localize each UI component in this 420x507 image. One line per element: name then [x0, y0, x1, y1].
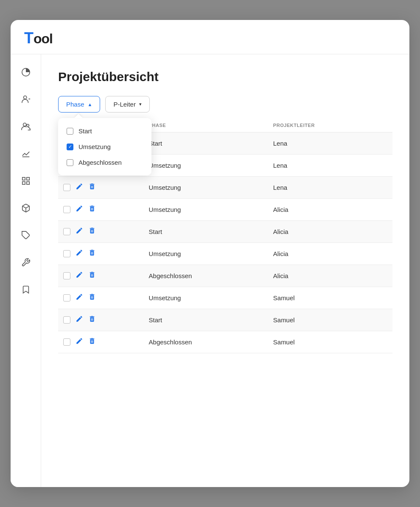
table-row: StartSamuel [58, 309, 392, 331]
phase-filter-label: Phase [66, 101, 84, 108]
grid-icon[interactable] [18, 173, 34, 189]
delete-icon-7[interactable] [88, 293, 96, 303]
cell-phase-3: Umsetzung [144, 199, 268, 221]
cell-leiter-6: Alicia [268, 265, 392, 287]
svg-rect-7 [26, 177, 29, 180]
delete-icon-5[interactable] [88, 249, 96, 259]
table-row: UmsetzungAlicia [58, 243, 392, 265]
cell-leiter-4: Alicia [268, 221, 392, 243]
checkbox-umsetzung[interactable]: ✓ [67, 144, 73, 150]
svg-rect-6 [22, 177, 25, 180]
table-row: UmsetzungSamuel [58, 287, 392, 309]
svg-rect-8 [22, 182, 25, 184]
app-window: Tool [11, 20, 409, 487]
dropdown-item-start-label: Start [78, 127, 92, 135]
pleiter-chevron-icon: ▾ [139, 101, 142, 107]
edit-icon-2[interactable] [76, 183, 83, 192]
cell-leiter-7: Samuel [268, 287, 392, 309]
cell-leiter-0: Lena [268, 132, 392, 155]
phase-chevron-icon: ▲ [88, 102, 92, 107]
main-content: Projektübersicht Phase ▲ P-Leiter ▾ Star… [41, 54, 409, 487]
table-row: UmsetzungLena [58, 177, 392, 199]
dropdown-item-start[interactable]: Start [58, 123, 151, 139]
tool-icon[interactable] [18, 255, 34, 270]
edit-icon-6[interactable] [76, 271, 83, 281]
delete-icon-9[interactable] [88, 337, 96, 347]
chart-icon[interactable] [18, 146, 34, 161]
row-checkbox-5[interactable] [63, 250, 70, 257]
cell-phase-4: Start [144, 221, 268, 243]
cell-phase-9: Abgeschlossen [144, 331, 268, 353]
logo-t: T [24, 29, 33, 47]
edit-icon-5[interactable] [76, 249, 83, 259]
edit-icon-7[interactable] [76, 293, 83, 303]
edit-icon-3[interactable] [76, 205, 83, 214]
cell-phase-5: Umsetzung [144, 243, 268, 265]
table-row: AbgeschlossenSamuel [58, 331, 392, 353]
group-icon[interactable] [18, 119, 34, 134]
pleiter-filter-label: P-Leiter [113, 101, 136, 108]
cell-leiter-2: Lena [268, 177, 392, 199]
dashboard-icon[interactable] [18, 65, 34, 80]
row-checkbox-9[interactable] [63, 338, 70, 346]
svg-point-4 [26, 124, 29, 127]
cell-leiter-5: Alicia [268, 243, 392, 265]
checkbox-start[interactable] [67, 128, 73, 135]
cell-leiter-3: Alicia [268, 199, 392, 221]
bookmark-icon[interactable] [18, 282, 34, 297]
header: Tool [11, 20, 409, 54]
filter-bar: Phase ▲ P-Leiter ▾ Start ✓ Umse [58, 96, 392, 113]
cell-leiter-1: Lena [268, 155, 392, 177]
svg-point-3 [23, 123, 26, 126]
cell-phase-2: Umsetzung [144, 177, 268, 199]
delete-icon-8[interactable] [88, 315, 96, 325]
col-header-leiter: PROJEKTLEITER [268, 118, 392, 132]
body: Projektübersicht Phase ▲ P-Leiter ▾ Star… [11, 54, 409, 487]
sidebar [11, 54, 41, 487]
delete-icon-6[interactable] [88, 271, 96, 281]
svg-point-1 [23, 96, 26, 99]
page-title: Projektübersicht [58, 70, 392, 84]
users-icon[interactable] [18, 92, 34, 107]
table-row: StartAlicia [58, 221, 392, 243]
svg-rect-9 [26, 182, 29, 184]
dropdown-arrow [74, 114, 83, 118]
edit-icon-4[interactable] [76, 227, 83, 237]
phase-filter-button[interactable]: Phase ▲ [58, 96, 100, 113]
row-checkbox-6[interactable] [63, 272, 70, 279]
cell-phase-0: Start [144, 132, 268, 155]
edit-icon-8[interactable] [76, 315, 83, 325]
box-icon[interactable] [18, 200, 34, 216]
delete-icon-3[interactable] [88, 205, 96, 214]
cell-leiter-9: Samuel [268, 331, 392, 353]
table-row: AbgeschlossenAlicia [58, 265, 392, 287]
pleiter-filter-button[interactable]: P-Leiter ▾ [105, 96, 150, 113]
dropdown-item-umsetzung[interactable]: ✓ Umsetzung [58, 139, 151, 155]
dropdown-item-umsetzung-label: Umsetzung [78, 143, 111, 150]
cell-phase-1: Umsetzung [144, 155, 268, 177]
edit-icon-9[interactable] [76, 337, 83, 347]
row-checkbox-2[interactable] [63, 184, 70, 191]
delete-icon-2[interactable] [88, 183, 96, 192]
dropdown-item-abgeschlossen[interactable]: Abgeschlossen [58, 155, 151, 170]
logo-rest: ool [34, 31, 53, 47]
phase-dropdown: Start ✓ Umsetzung Abgeschlossen [58, 118, 151, 175]
cell-phase-7: Umsetzung [144, 287, 268, 309]
cell-leiter-8: Samuel [268, 309, 392, 331]
tag-icon[interactable] [18, 228, 34, 243]
row-checkbox-7[interactable] [63, 294, 70, 301]
dropdown-item-abgeschlossen-label: Abgeschlossen [78, 159, 122, 166]
row-checkbox-4[interactable] [63, 228, 70, 235]
cell-phase-6: Abgeschlossen [144, 265, 268, 287]
logo: Tool [24, 29, 53, 47]
table-row: UmsetzungAlicia [58, 199, 392, 221]
col-header-phase: PHASE [144, 118, 268, 132]
delete-icon-4[interactable] [88, 227, 96, 237]
checkbox-abgeschlossen[interactable] [67, 159, 73, 166]
row-checkbox-3[interactable] [63, 206, 70, 213]
cell-phase-8: Start [144, 309, 268, 331]
row-checkbox-8[interactable] [63, 316, 70, 324]
